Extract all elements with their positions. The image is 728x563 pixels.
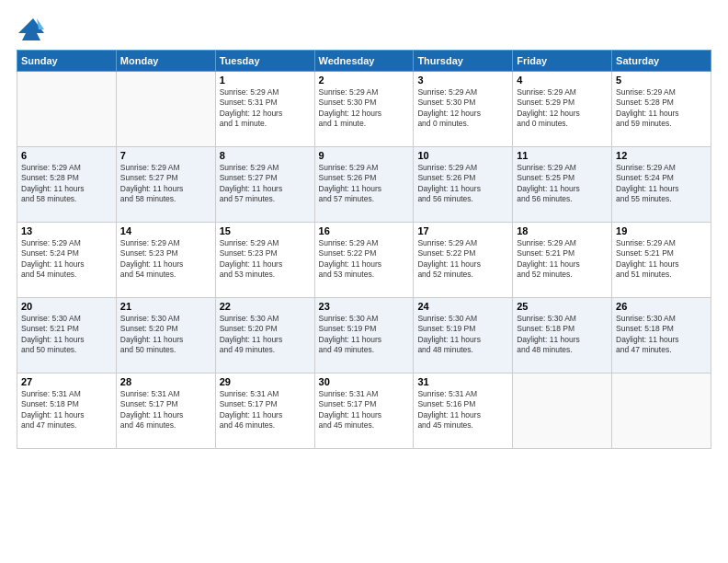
header — [17, 17, 711, 42]
day-number: 9 — [319, 150, 410, 161]
calendar-cell: 18Sunrise: 5:29 AMSunset: 5:21 PMDayligh… — [513, 223, 612, 298]
day-number: 19 — [616, 225, 707, 236]
day-number: 15 — [220, 225, 311, 236]
weekday-header-thursday: Thursday — [414, 51, 513, 72]
day-number: 13 — [21, 225, 112, 236]
day-number: 30 — [319, 376, 410, 387]
cell-info: Sunrise: 5:30 AMSunset: 5:18 PMDaylight:… — [517, 314, 608, 356]
day-number: 7 — [120, 150, 211, 161]
calendar-cell: 5Sunrise: 5:29 AMSunset: 5:28 PMDaylight… — [612, 72, 711, 147]
page: SundayMondayTuesdayWednesdayThursdayFrid… — [0, 0, 728, 563]
calendar-cell: 31Sunrise: 5:31 AMSunset: 5:16 PMDayligh… — [414, 373, 513, 449]
weekday-header-tuesday: Tuesday — [215, 51, 314, 72]
cell-info: Sunrise: 5:31 AMSunset: 5:16 PMDaylight:… — [417, 389, 508, 431]
day-number: 25 — [517, 301, 608, 312]
calendar-week-1: 1Sunrise: 5:29 AMSunset: 5:31 PMDaylight… — [17, 72, 711, 147]
cell-info: Sunrise: 5:29 AMSunset: 5:24 PMDaylight:… — [616, 163, 707, 205]
day-number: 22 — [220, 301, 311, 312]
cell-info: Sunrise: 5:29 AMSunset: 5:25 PMDaylight:… — [517, 163, 608, 205]
day-number: 10 — [417, 150, 508, 161]
day-number: 2 — [319, 75, 410, 86]
calendar-cell — [513, 373, 612, 449]
day-number: 26 — [616, 301, 707, 312]
calendar-cell: 6Sunrise: 5:29 AMSunset: 5:28 PMDaylight… — [17, 147, 117, 223]
cell-info: Sunrise: 5:29 AMSunset: 5:27 PMDaylight:… — [120, 163, 211, 205]
cell-info: Sunrise: 5:29 AMSunset: 5:26 PMDaylight:… — [417, 163, 508, 205]
cell-info: Sunrise: 5:29 AMSunset: 5:30 PMDaylight:… — [417, 87, 508, 130]
day-number: 28 — [120, 376, 211, 387]
weekday-header-row: SundayMondayTuesdayWednesdayThursdayFrid… — [17, 51, 711, 72]
calendar-week-3: 13Sunrise: 5:29 AMSunset: 5:24 PMDayligh… — [17, 223, 711, 298]
day-number: 31 — [417, 376, 508, 387]
day-number: 6 — [21, 150, 112, 161]
day-number: 18 — [517, 225, 608, 236]
calendar-cell: 16Sunrise: 5:29 AMSunset: 5:22 PMDayligh… — [314, 223, 414, 298]
calendar-table: SundayMondayTuesdayWednesdayThursdayFrid… — [17, 50, 711, 449]
day-number: 29 — [220, 376, 311, 387]
weekday-header-monday: Monday — [116, 51, 215, 72]
day-number: 23 — [319, 301, 410, 312]
calendar-cell: 28Sunrise: 5:31 AMSunset: 5:17 PMDayligh… — [116, 373, 215, 449]
calendar-cell: 19Sunrise: 5:29 AMSunset: 5:21 PMDayligh… — [612, 223, 711, 298]
cell-info: Sunrise: 5:29 AMSunset: 5:21 PMDaylight:… — [616, 238, 707, 281]
cell-info: Sunrise: 5:30 AMSunset: 5:19 PMDaylight:… — [417, 314, 508, 356]
calendar-cell: 25Sunrise: 5:30 AMSunset: 5:18 PMDayligh… — [513, 298, 612, 373]
calendar-cell: 4Sunrise: 5:29 AMSunset: 5:29 PMDaylight… — [513, 72, 612, 147]
calendar-cell: 3Sunrise: 5:29 AMSunset: 5:30 PMDaylight… — [414, 72, 513, 147]
cell-info: Sunrise: 5:30 AMSunset: 5:18 PMDaylight:… — [616, 314, 707, 356]
calendar-week-4: 20Sunrise: 5:30 AMSunset: 5:21 PMDayligh… — [17, 298, 711, 373]
logo — [17, 17, 50, 42]
calendar-cell: 12Sunrise: 5:29 AMSunset: 5:24 PMDayligh… — [612, 147, 711, 223]
day-number: 14 — [120, 225, 211, 236]
calendar-cell: 26Sunrise: 5:30 AMSunset: 5:18 PMDayligh… — [612, 298, 711, 373]
cell-info: Sunrise: 5:29 AMSunset: 5:23 PMDaylight:… — [120, 238, 211, 281]
cell-info: Sunrise: 5:29 AMSunset: 5:27 PMDaylight:… — [220, 163, 311, 205]
day-number: 27 — [21, 376, 112, 387]
calendar-cell: 11Sunrise: 5:29 AMSunset: 5:25 PMDayligh… — [513, 147, 612, 223]
cell-info: Sunrise: 5:29 AMSunset: 5:21 PMDaylight:… — [517, 238, 608, 281]
cell-info: Sunrise: 5:29 AMSunset: 5:30 PMDaylight:… — [319, 87, 410, 130]
calendar-cell: 14Sunrise: 5:29 AMSunset: 5:23 PMDayligh… — [116, 223, 215, 298]
calendar-cell: 30Sunrise: 5:31 AMSunset: 5:17 PMDayligh… — [314, 373, 414, 449]
cell-info: Sunrise: 5:29 AMSunset: 5:22 PMDaylight:… — [417, 238, 508, 281]
day-number: 20 — [21, 301, 112, 312]
calendar-cell: 22Sunrise: 5:30 AMSunset: 5:20 PMDayligh… — [215, 298, 314, 373]
weekday-header-friday: Friday — [513, 51, 612, 72]
cell-info: Sunrise: 5:31 AMSunset: 5:17 PMDaylight:… — [120, 389, 211, 431]
calendar-cell: 24Sunrise: 5:30 AMSunset: 5:19 PMDayligh… — [414, 298, 513, 373]
calendar-cell: 29Sunrise: 5:31 AMSunset: 5:17 PMDayligh… — [215, 373, 314, 449]
day-number: 4 — [517, 75, 608, 86]
cell-info: Sunrise: 5:31 AMSunset: 5:17 PMDaylight:… — [319, 389, 410, 431]
weekday-header-saturday: Saturday — [612, 51, 711, 72]
day-number: 16 — [319, 225, 410, 236]
cell-info: Sunrise: 5:29 AMSunset: 5:29 PMDaylight:… — [517, 87, 608, 130]
calendar-cell: 2Sunrise: 5:29 AMSunset: 5:30 PMDaylight… — [314, 72, 414, 147]
calendar-week-5: 27Sunrise: 5:31 AMSunset: 5:18 PMDayligh… — [17, 373, 711, 449]
cell-info: Sunrise: 5:29 AMSunset: 5:23 PMDaylight:… — [220, 238, 311, 281]
calendar-cell: 23Sunrise: 5:30 AMSunset: 5:19 PMDayligh… — [314, 298, 414, 373]
calendar-cell: 20Sunrise: 5:30 AMSunset: 5:21 PMDayligh… — [17, 298, 117, 373]
calendar-cell: 21Sunrise: 5:30 AMSunset: 5:20 PMDayligh… — [116, 298, 215, 373]
logo-icon — [17, 17, 46, 42]
day-number: 21 — [120, 301, 211, 312]
calendar-cell: 15Sunrise: 5:29 AMSunset: 5:23 PMDayligh… — [215, 223, 314, 298]
calendar-cell — [116, 72, 215, 147]
calendar-cell: 9Sunrise: 5:29 AMSunset: 5:26 PMDaylight… — [314, 147, 414, 223]
day-number: 11 — [517, 150, 608, 161]
weekday-header-wednesday: Wednesday — [314, 51, 414, 72]
cell-info: Sunrise: 5:29 AMSunset: 5:28 PMDaylight:… — [616, 87, 707, 130]
calendar-cell — [17, 72, 117, 147]
cell-info: Sunrise: 5:29 AMSunset: 5:24 PMDaylight:… — [21, 238, 112, 281]
calendar-cell: 17Sunrise: 5:29 AMSunset: 5:22 PMDayligh… — [414, 223, 513, 298]
cell-info: Sunrise: 5:29 AMSunset: 5:28 PMDaylight:… — [21, 163, 112, 205]
calendar-cell: 10Sunrise: 5:29 AMSunset: 5:26 PMDayligh… — [414, 147, 513, 223]
day-number: 1 — [220, 75, 311, 86]
calendar-cell: 8Sunrise: 5:29 AMSunset: 5:27 PMDaylight… — [215, 147, 314, 223]
cell-info: Sunrise: 5:31 AMSunset: 5:18 PMDaylight:… — [21, 389, 112, 431]
day-number: 5 — [616, 75, 707, 86]
cell-info: Sunrise: 5:30 AMSunset: 5:19 PMDaylight:… — [319, 314, 410, 356]
cell-info: Sunrise: 5:30 AMSunset: 5:20 PMDaylight:… — [220, 314, 311, 356]
day-number: 12 — [616, 150, 707, 161]
calendar-cell: 7Sunrise: 5:29 AMSunset: 5:27 PMDaylight… — [116, 147, 215, 223]
cell-info: Sunrise: 5:31 AMSunset: 5:17 PMDaylight:… — [220, 389, 311, 431]
